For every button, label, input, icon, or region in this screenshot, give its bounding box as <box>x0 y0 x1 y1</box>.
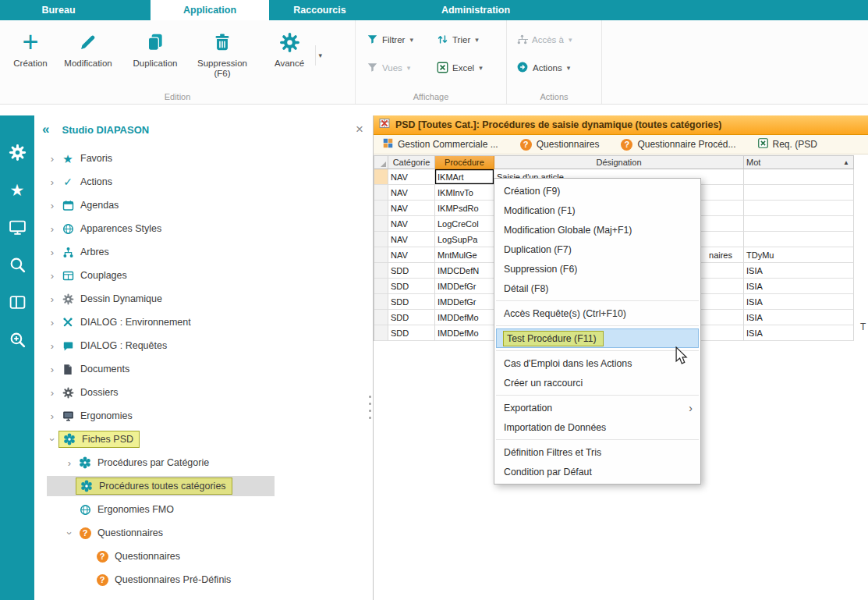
cell-mot[interactable]: ISIA <box>744 310 854 325</box>
column-header-mot[interactable]: Mot ▲ <box>744 156 854 169</box>
tree-item-dessin-dynamique[interactable]: ›Dessin Dynamique <box>34 287 373 311</box>
row-header-cell[interactable] <box>374 232 388 247</box>
cell-procedure[interactable]: IMDDefMo <box>435 310 494 325</box>
cell-mot[interactable] <box>744 169 854 185</box>
ribbon-tab-application[interactable]: Application <box>151 0 269 20</box>
cell-categorie[interactable]: SDD <box>388 325 435 341</box>
ribbon-tab-raccourcis[interactable]: Raccourcis <box>269 0 370 20</box>
row-header-cell[interactable] <box>374 247 388 263</box>
menu-item-exportation[interactable]: Exportation› <box>494 398 700 417</box>
cell-categorie[interactable]: SDD <box>388 294 435 310</box>
menu-item-duplication-f7[interactable]: Duplication (F7) <box>494 240 700 259</box>
cell-mot[interactable] <box>744 201 854 216</box>
row-header-cell[interactable] <box>374 216 388 232</box>
cell-categorie[interactable]: NAV <box>388 169 435 185</box>
row-header-cell[interactable] <box>374 169 388 185</box>
vues-button[interactable]: Vues ▾ <box>367 59 437 77</box>
tree-item-favoris[interactable]: ›★Favoris <box>34 147 373 170</box>
cell-procedure[interactable]: IKMPsdRo <box>435 201 494 216</box>
tree-expander-icon[interactable]: › <box>45 223 59 235</box>
tree-item-questionnaires-pre-definis[interactable]: ?Questionnaires Pré-Définis <box>34 568 373 591</box>
row-header-cell[interactable] <box>374 201 388 216</box>
cell-categorie[interactable]: SDD <box>388 279 435 294</box>
menu-item-condition-par-defaut[interactable]: Condition par Défaut <box>494 462 700 481</box>
cell-procedure[interactable]: MntMulGe <box>435 247 494 263</box>
tree-expander-icon[interactable]: › <box>45 270 59 282</box>
tree-item-ergonomies[interactable]: ›Ergonomies <box>34 404 373 428</box>
cell-mot[interactable] <box>744 232 854 247</box>
row-header-cell[interactable] <box>374 325 388 341</box>
tree-expander-icon[interactable]: › <box>45 317 59 328</box>
star-icon[interactable]: ★ <box>6 179 28 200</box>
cell-procedure[interactable]: IKMInvTo <box>435 185 494 201</box>
tree-expander-icon[interactable]: › <box>47 432 58 446</box>
cell-categorie[interactable]: NAV <box>388 247 435 263</box>
tree-item-apparences-styles[interactable]: ›Apparences Styles <box>34 217 373 240</box>
row-header-cell[interactable] <box>374 263 388 279</box>
trier-button[interactable]: Trier ▾ <box>437 30 504 49</box>
excel-button[interactable]: Excel ▾ <box>437 59 504 77</box>
grid-corner-cell[interactable] <box>374 156 388 169</box>
tree-expander-icon[interactable]: › <box>45 410 59 422</box>
cell-mot[interactable]: ISIA <box>744 294 854 310</box>
tree-item-procedures-par-categorie[interactable]: ›Procédures par Catégorie <box>34 451 373 474</box>
cell-procedure[interactable]: IMDDefMo <box>435 325 494 341</box>
cell-procedure[interactable]: LogSupPa <box>435 232 494 247</box>
cell-categorie[interactable]: NAV <box>388 232 435 247</box>
cell-categorie[interactable]: NAV <box>388 185 435 201</box>
menu-item-detail-f8[interactable]: Détail (F8) <box>494 279 700 298</box>
cell-mot[interactable]: ISIA <box>744 325 854 341</box>
tree-expander-icon[interactable]: › <box>45 340 59 352</box>
menu-item-definition-filtres-et-tris[interactable]: Définition Filtres et Tris <box>494 442 700 462</box>
menu-item-cas-d-emploi-dans-les-actions[interactable]: Cas d'Emploi dans les Actions <box>494 353 700 373</box>
tree-item-dialog-requetes[interactable]: ›DIALOG : Requêtes <box>34 334 373 357</box>
column-header-designation[interactable]: Désignation <box>494 156 744 169</box>
cell-categorie[interactable]: NAV <box>388 201 435 216</box>
tree-expander-icon[interactable]: › <box>45 176 59 188</box>
columns-icon[interactable] <box>6 292 28 312</box>
document-tab-gestion-commerciale[interactable]: Gestion Commerciale ... <box>383 138 498 151</box>
menu-item-creation-f9[interactable]: Création (F9) <box>494 181 700 201</box>
filtrer-button[interactable]: Filtrer ▾ <box>367 30 437 49</box>
cell-categorie[interactable]: SDD <box>388 310 435 325</box>
row-header-cell[interactable] <box>374 279 388 294</box>
tree-item-procedures-toutes-categories[interactable]: Procédures toutes catégories <box>34 474 373 498</box>
tree-item-ergonomies-fmo[interactable]: Ergonomies FMO <box>34 498 373 521</box>
actions-button[interactable]: Actions ▾ <box>516 59 597 77</box>
column-header-procedure[interactable]: Procédure <box>435 156 494 169</box>
tree-expander-icon[interactable]: › <box>45 200 59 211</box>
tree-item-agendas[interactable]: ›Agendas <box>34 193 373 217</box>
chevron-down-icon[interactable]: ▾ <box>315 45 324 66</box>
cell-procedure[interactable]: IMDCDefN <box>435 263 494 279</box>
menu-item-importation-de-donnees[interactable]: Importation de Données <box>494 417 700 437</box>
tree-item-arbres[interactable]: ›Arbres <box>34 240 373 264</box>
row-header-cell[interactable] <box>374 294 388 310</box>
cell-procedure[interactable]: IMDDefGr <box>435 279 494 294</box>
ribbon-tab-administration[interactable]: Administration <box>402 0 550 20</box>
document-tab-questionnaires[interactable]: ?Questionnaires <box>520 139 600 151</box>
menu-item-modification-f1[interactable]: Modification (F1) <box>494 201 700 220</box>
monitor-icon[interactable] <box>6 217 28 237</box>
row-header-cell[interactable] <box>374 185 388 201</box>
cell-categorie[interactable]: SDD <box>388 263 435 279</box>
acces-a-button[interactable]: Accès à ▾ <box>516 30 597 49</box>
cell-mot[interactable] <box>744 185 854 201</box>
document-tab-questionnaire-proced[interactable]: ?Questionnaire Procéd... <box>621 139 735 151</box>
tree-expander-icon[interactable]: › <box>64 526 76 540</box>
tree-item-documents[interactable]: ›Documents <box>34 357 373 381</box>
tree-expander-icon[interactable]: › <box>45 247 59 258</box>
column-header-categorie[interactable]: Catégorie <box>388 156 435 169</box>
menu-item-creer-un-raccourci[interactable]: Créer un raccourci <box>494 373 700 392</box>
cell-procedure[interactable]: IMDDefGr <box>435 294 494 310</box>
collapse-panel-icon[interactable]: « <box>42 122 49 137</box>
tree-item-fiches-psd[interactable]: ›Fiches PSD <box>34 428 373 451</box>
tree-expander-icon[interactable]: › <box>45 293 59 305</box>
menu-item-modification-globale-maj-f1[interactable]: Modification Globale (Maj+F1) <box>494 220 700 240</box>
cell-categorie[interactable]: NAV <box>388 216 435 232</box>
document-tab-req-psd[interactable]: Req. (PSD <box>758 138 817 151</box>
cell-mot[interactable] <box>744 216 854 232</box>
tree-item-actions[interactable]: ›✓Actions <box>34 170 373 193</box>
cell-procedure[interactable]: IKMArt <box>435 169 494 185</box>
search-icon[interactable] <box>6 254 28 275</box>
tree-expander-icon[interactable]: › <box>62 457 76 469</box>
